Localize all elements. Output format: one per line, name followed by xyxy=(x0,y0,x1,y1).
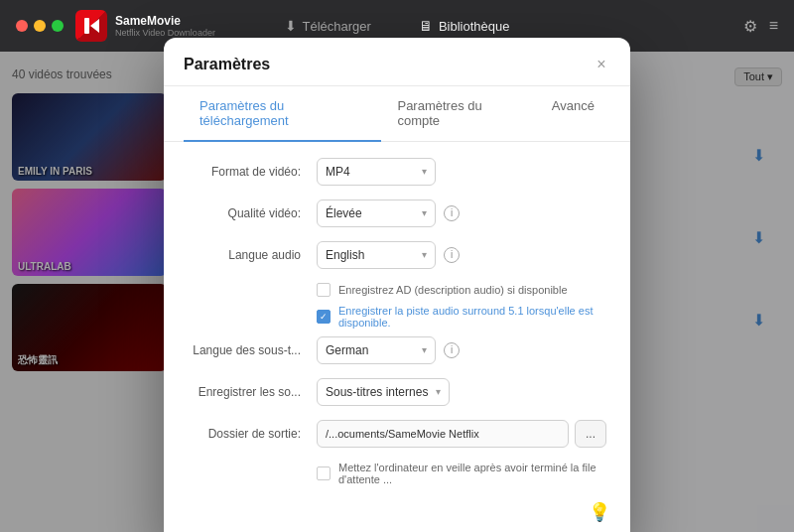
video-quality-info-icon[interactable]: i xyxy=(444,205,460,221)
folder-path-display: /...ocuments/SameMovie Netflix xyxy=(317,420,569,448)
dialog-close-button[interactable]: × xyxy=(593,56,610,73)
content-area: 40 vidéos trouvées EMILY IN PARIS ULTRAL… xyxy=(0,52,794,532)
video-quality-arrow: ▾ xyxy=(422,207,427,218)
app-name-block: SameMovie Netflix Video Downloader xyxy=(115,14,215,38)
sleep-row: Mettez l'ordinateur en veille après avoi… xyxy=(188,462,606,485)
output-folder-label: Dossier de sortie: xyxy=(188,427,317,441)
save-subtitles-control: Sous-titres internes ▾ xyxy=(317,378,606,406)
close-traffic-light[interactable] xyxy=(16,20,28,32)
nav-tab-download-label: Télécharger xyxy=(303,19,371,34)
audio-language-info-icon[interactable]: i xyxy=(444,247,460,263)
library-tab-icon: 🖥 xyxy=(419,18,433,34)
app-title: SameMovie xyxy=(115,14,215,28)
video-format-label: Format de vidéo: xyxy=(188,165,317,179)
modal-overlay: Paramètres × Paramètres du téléchargemen… xyxy=(0,52,794,532)
subtitle-language-info-icon[interactable]: i xyxy=(444,342,460,358)
subtitle-language-row: Langue des sous-t... German ▾ i xyxy=(188,336,606,364)
video-format-select[interactable]: MP4 ▾ xyxy=(317,158,436,186)
app-window: SameMovie Netflix Video Downloader ⬇ Tél… xyxy=(0,0,794,532)
save-subtitles-label: Enregistrer les so... xyxy=(188,385,317,399)
surround-checkbox-label: Enregistrer la piste audio surround 5.1 … xyxy=(338,305,606,329)
settings-icon[interactable]: ⚙ xyxy=(743,17,757,36)
dialog-tabs: Paramètres du téléchargement Paramètres … xyxy=(164,86,630,142)
bulb-icon[interactable]: 💡 xyxy=(589,501,610,523)
app-subtitle: Netflix Video Downloader xyxy=(115,28,215,38)
audio-language-label: Langue audio xyxy=(188,248,317,262)
tab-download-settings[interactable]: Paramètres du téléchargement xyxy=(184,86,381,142)
ad-checkbox[interactable] xyxy=(317,283,331,297)
sleep-checkbox-label: Mettez l'ordinateur en veille après avoi… xyxy=(338,462,606,485)
dialog-form: Format de vidéo: MP4 ▾ Qualité vidéo: xyxy=(164,142,630,493)
fullscreen-traffic-light[interactable] xyxy=(52,20,64,32)
download-tab-icon: ⬇ xyxy=(285,18,297,34)
audio-language-arrow: ▾ xyxy=(422,249,427,260)
output-folder-row: Dossier de sortie: /...ocuments/SameMovi… xyxy=(188,420,606,448)
tab-account-settings[interactable]: Paramètres du compte xyxy=(381,86,535,142)
video-quality-label: Qualité vidéo: xyxy=(188,206,317,220)
save-subtitles-arrow: ▾ xyxy=(436,386,441,397)
folder-browse-button[interactable]: ... xyxy=(575,420,606,448)
minimize-traffic-light[interactable] xyxy=(34,20,46,32)
svg-rect-0 xyxy=(84,18,89,34)
subtitle-language-arrow: ▾ xyxy=(422,344,427,355)
video-format-control: MP4 ▾ xyxy=(317,158,606,186)
dialog-bottom: 💡 xyxy=(164,493,630,523)
video-format-arrow: ▾ xyxy=(422,166,427,177)
title-bar-right: ⚙ ≡ xyxy=(743,17,778,36)
traffic-lights xyxy=(16,20,64,32)
settings-dialog: Paramètres × Paramètres du téléchargemen… xyxy=(164,38,630,533)
audio-language-row: Langue audio English ▾ i xyxy=(188,241,606,269)
subtitle-language-label: Langue des sous-t... xyxy=(188,343,317,357)
save-subtitles-select[interactable]: Sous-titres internes ▾ xyxy=(317,378,450,406)
ad-checkbox-label: Enregistrez AD (description audio) si di… xyxy=(338,284,568,296)
audio-language-control: English ▾ i xyxy=(317,241,606,269)
video-quality-row: Qualité vidéo: Élevée ▾ i xyxy=(188,200,606,227)
subtitle-language-control: German ▾ i xyxy=(317,336,606,364)
app-icon xyxy=(75,10,107,42)
video-quality-control: Élevée ▾ i xyxy=(317,200,606,227)
save-subtitles-row: Enregistrer les so... Sous-titres intern… xyxy=(188,378,606,406)
video-format-row: Format de vidéo: MP4 ▾ xyxy=(188,158,606,186)
dialog-title: Paramètres xyxy=(184,56,270,73)
video-quality-select[interactable]: Élevée ▾ xyxy=(317,200,436,227)
ad-checkbox-row: Enregistrez AD (description audio) si di… xyxy=(188,283,606,297)
output-folder-control: /...ocuments/SameMovie Netflix ... xyxy=(317,420,606,448)
menu-icon[interactable]: ≡ xyxy=(769,17,778,36)
subtitle-language-select[interactable]: German ▾ xyxy=(317,336,436,364)
surround-checkbox-row: Enregistrer la piste audio surround 5.1 … xyxy=(188,305,606,329)
dialog-header: Paramètres × xyxy=(164,38,630,86)
sleep-checkbox[interactable] xyxy=(317,466,331,480)
tab-advanced-settings[interactable]: Avancé xyxy=(536,86,610,142)
nav-tab-library-label: Bibliothèque xyxy=(439,19,510,34)
surround-checkbox[interactable] xyxy=(317,310,331,324)
audio-language-select[interactable]: English ▾ xyxy=(317,241,436,269)
